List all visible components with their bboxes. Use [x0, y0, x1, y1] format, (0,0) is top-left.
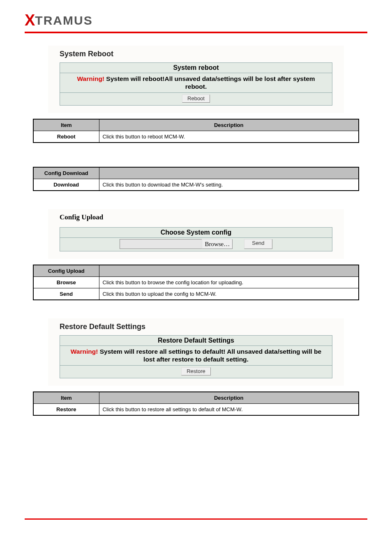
browse-button[interactable]: Browse… — [202, 239, 233, 249]
table-head-item: Config Download — [33, 167, 99, 179]
warning-label: Warning! — [77, 75, 104, 82]
table-row: Reboot Click this button to reboot MCM-W… — [33, 131, 359, 143]
restore-default-button-row: Restore — [60, 365, 332, 378]
restore-default-screenshot: Restore Default Settings Restore Default… — [48, 318, 344, 386]
table-head-item: Config Upload — [33, 265, 99, 277]
warning-text: System will reboot!All unsaved data/sett… — [104, 75, 315, 90]
table-head-desc: Description — [99, 392, 359, 404]
table-head-item: Item — [33, 119, 99, 131]
file-path-input[interactable] — [120, 239, 202, 249]
brand-header: XTRAMUS — [0, 0, 392, 29]
config-upload-title: Config Upload — [60, 213, 332, 221]
download-desc-table: Config Download Download Click this butt… — [33, 167, 359, 191]
table-row: Browse Click this button to browse the c… — [33, 276, 359, 288]
table-cell-item: Restore — [33, 403, 99, 415]
table-cell-desc: Click this button to download the MCM-W'… — [99, 179, 359, 191]
system-reboot-warning: Warning! System will reboot!All unsaved … — [60, 73, 332, 92]
brand-logo-rest: TRAMUS — [35, 14, 92, 27]
warning-text: System will restore all settings to defa… — [98, 348, 321, 363]
restore-default-title: Restore Default Settings — [60, 322, 332, 331]
restore-default-warning: Warning! System will restore all setting… — [60, 345, 332, 365]
table-head-desc: Description — [99, 119, 359, 131]
system-reboot-title: System Reboot — [60, 50, 332, 58]
table-cell-item: Browse — [33, 276, 99, 288]
table-cell-desc: Click this button to browse the config l… — [99, 276, 359, 288]
table-row: Download Click this button to download t… — [33, 179, 359, 191]
config-upload-panel: Choose System config Browse… Send — [60, 227, 332, 251]
table-row: Send Click this button to upload the con… — [33, 288, 359, 300]
restore-default-header: Restore Default Settings — [60, 336, 332, 345]
upload-desc-table: Config Upload Browse Click this button t… — [33, 265, 359, 300]
table-cell-desc: Click this button to upload the config t… — [99, 288, 359, 300]
send-button[interactable]: Send — [244, 239, 272, 249]
table-head-item: Item — [33, 392, 99, 404]
brand-logo-x: X — [25, 12, 35, 29]
system-reboot-header: System reboot — [60, 63, 332, 73]
table-row: Restore Click this button to restore all… — [33, 403, 359, 415]
table-head-desc — [99, 265, 359, 277]
restore-desc-table: Item Description Restore Click this butt… — [33, 391, 359, 416]
table-head-desc — [99, 167, 359, 179]
warning-label: Warning! — [71, 348, 98, 355]
system-reboot-panel: System reboot Warning! System will reboo… — [60, 62, 332, 106]
brand-logo: XTRAMUS — [25, 14, 93, 27]
reboot-button[interactable]: Reboot — [182, 94, 210, 103]
system-reboot-button-row: Reboot — [60, 92, 332, 105]
system-reboot-screenshot: System Reboot System reboot Warning! Sys… — [48, 46, 344, 113]
page-content: System Reboot System reboot Warning! Sys… — [0, 33, 392, 518]
table-cell-desc: Click this button to restore all setting… — [99, 403, 359, 415]
file-input-group: Browse… — [120, 239, 233, 249]
restore-button[interactable]: Restore — [181, 367, 211, 375]
config-upload-controls: Browse… Send — [60, 237, 332, 251]
table-cell-item: Download — [33, 179, 99, 191]
table-cell-item: Send — [33, 288, 99, 300]
config-upload-screenshot: Config Upload Choose System config Brows… — [48, 209, 344, 259]
restore-default-panel: Restore Default Settings Warning! System… — [60, 335, 332, 378]
footer-rule — [25, 518, 367, 520]
config-upload-header: Choose System config — [60, 228, 332, 237]
table-cell-item: Reboot — [33, 131, 99, 143]
table-cell-desc: Click this button to reboot MCM-W. — [99, 131, 359, 143]
reboot-desc-table: Item Description Reboot Click this butto… — [33, 119, 359, 143]
